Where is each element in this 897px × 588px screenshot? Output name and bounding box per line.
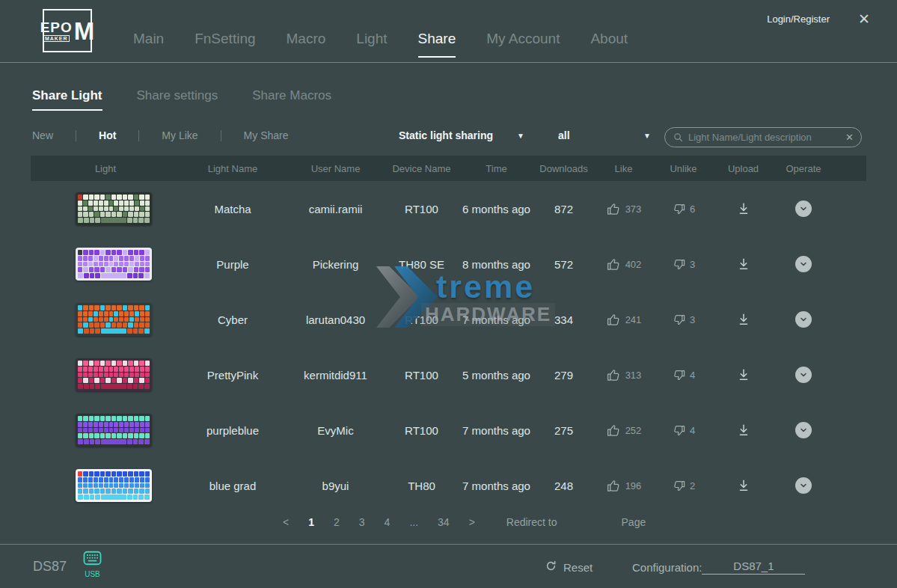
nav-tab-macro[interactable]: Macro [287, 31, 326, 62]
thumbs-up-icon[interactable] [606, 257, 622, 272]
thumbnail-key [78, 322, 82, 328]
thumbs-up-icon[interactable] [606, 367, 622, 383]
filter-my-share[interactable]: My Share [244, 129, 289, 141]
subtab-share-light[interactable]: Share Light [32, 88, 102, 111]
thumbnail-key [138, 328, 144, 334]
operate-expand-button[interactable] [795, 477, 812, 494]
download-icon[interactable] [736, 423, 751, 438]
thumbnail-key [100, 267, 105, 272]
operate-expand-button[interactable] [795, 422, 812, 438]
prev-page-button[interactable]: < [283, 516, 289, 528]
light-thumbnail[interactable] [76, 192, 152, 225]
light-thumbnail[interactable] [76, 358, 152, 391]
page-number-34[interactable]: 34 [438, 516, 450, 528]
configuration-block: Configuration: DS87_1 [632, 560, 805, 575]
operate-expand-button[interactable] [795, 311, 812, 328]
download-icon[interactable] [736, 201, 751, 216]
light-thumbnail[interactable] [76, 414, 152, 447]
subtab-share-macros[interactable]: Share Macros [252, 88, 331, 111]
nav-tab-main[interactable]: Main [133, 31, 164, 62]
clear-search-icon[interactable]: ✕ [845, 132, 854, 142]
download-icon[interactable] [736, 312, 751, 327]
reset-button[interactable]: Reset [545, 560, 593, 575]
thumbnail-key [145, 471, 150, 477]
subtab-share-settings[interactable]: Share settings [137, 88, 218, 111]
thumbnail-key [94, 428, 98, 433]
configuration-value[interactable]: DS87_1 [702, 560, 805, 575]
nav-tab-about[interactable]: About [590, 31, 628, 62]
thumbnail-key [133, 328, 138, 334]
filter-my-like[interactable]: My Like [162, 129, 198, 141]
thumbnail-key [145, 317, 150, 322]
thumbnail-key [111, 322, 116, 328]
thumbs-down-icon[interactable] [672, 423, 686, 438]
nav-tab-my-account[interactable]: My Account [486, 31, 560, 62]
thumbnail-key [139, 378, 144, 383]
thumbnail-key [88, 256, 93, 261]
thumbnail-key [94, 267, 99, 272]
login-register-link[interactable]: Login/Register [767, 13, 830, 25]
thumbnail-key [117, 267, 121, 272]
light-type-dropdown[interactable]: Static light sharing ▼ [399, 129, 524, 141]
thumbnail-key [117, 489, 121, 494]
page-number-1[interactable]: 1 [308, 516, 314, 528]
device-name: RT100 [386, 313, 457, 326]
thumbnail-key [124, 477, 129, 483]
thumbs-up-icon[interactable] [606, 201, 622, 217]
redirect-page-input[interactable] [577, 516, 602, 528]
thumbnail-key [138, 439, 144, 444]
thumbnail-key [124, 311, 129, 316]
thumbs-down-icon[interactable] [672, 257, 686, 272]
usb-connection-indicator[interactable]: USB [82, 550, 102, 578]
thumbnail-key [95, 439, 100, 444]
page-number-2[interactable]: 2 [334, 516, 340, 528]
device-filter-dropdown[interactable]: all ▼ [558, 129, 651, 141]
thumbnail-key [78, 378, 82, 383]
thumbs-up-icon[interactable] [606, 312, 622, 328]
nav-tab-fnsetting[interactable]: FnSetting [195, 31, 255, 62]
thumbnail-key [111, 250, 116, 255]
nav-tab-light[interactable]: Light [356, 31, 387, 62]
thumbs-down-icon[interactable] [672, 313, 686, 327]
thumbnail-key [89, 250, 94, 255]
thumbnail-key [94, 422, 98, 427]
download-icon[interactable] [736, 478, 751, 493]
light-thumbnail[interactable] [76, 248, 152, 281]
operate-expand-button[interactable] [795, 367, 812, 383]
thumbs-down-icon[interactable] [672, 202, 686, 216]
thumbnail-key [83, 322, 88, 328]
operate-expand-button[interactable] [795, 256, 812, 272]
light-thumbnail[interactable] [76, 469, 152, 502]
thumbs-down-icon[interactable] [672, 368, 686, 382]
filter-hot[interactable]: Hot [99, 129, 116, 141]
download-icon[interactable] [736, 257, 751, 272]
thumbnail-key [139, 322, 144, 328]
thumbnail-key [144, 384, 150, 389]
light-thumbnail[interactable] [76, 303, 152, 336]
thumbnail-key [123, 322, 127, 328]
thumbnail-key [123, 267, 127, 272]
filter-new[interactable]: New [32, 129, 53, 141]
thumbs-up-icon[interactable] [606, 423, 622, 438]
thumbnail-key [138, 273, 144, 278]
close-icon[interactable]: ✕ [858, 10, 870, 28]
page-number-3[interactable]: 3 [359, 516, 365, 528]
thumbs-up-icon[interactable] [606, 478, 622, 494]
thumbnail-key [94, 361, 99, 366]
download-icon[interactable] [736, 367, 751, 382]
status-bar: DS87 USB Reset Configuration: DS87_1 [0, 544, 897, 588]
operate-expand-button[interactable] [795, 200, 812, 217]
page-number-4[interactable]: 4 [385, 516, 391, 528]
pagination: < 1234...34 > Redirect to Page [283, 516, 646, 528]
nav-tab-share[interactable]: Share [418, 31, 456, 62]
thumbs-down-icon[interactable] [672, 479, 686, 493]
thumbnail-key [104, 477, 108, 483]
thumbnail-key [90, 273, 95, 278]
epomaker-logo: EPO MAKER M [43, 9, 92, 52]
thumbnail-key [78, 305, 82, 310]
thumbnail-key [129, 200, 134, 206]
thumbnail-key [145, 422, 150, 427]
search-input[interactable] [688, 132, 841, 143]
next-page-button[interactable]: > [469, 516, 475, 528]
thumbnail-key [140, 428, 144, 433]
